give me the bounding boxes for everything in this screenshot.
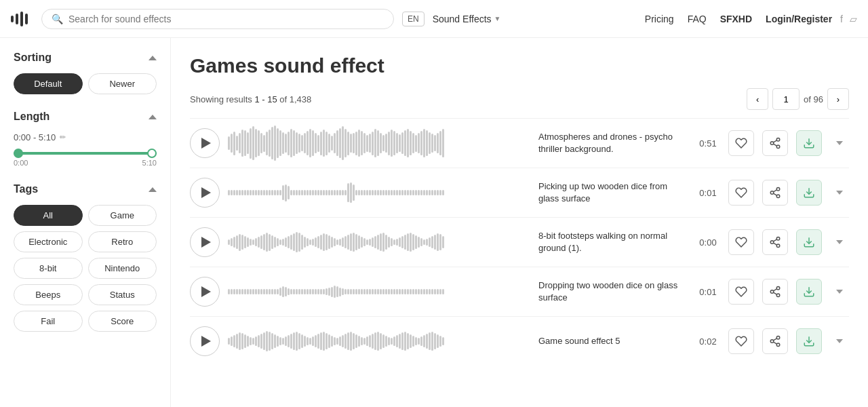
tag-button-status[interactable]: Status	[88, 284, 157, 305]
waveform	[228, 324, 530, 359]
page-number-input[interactable]	[772, 88, 800, 110]
waveform-bar	[334, 238, 336, 246]
waveform	[228, 225, 530, 260]
tag-button-retro[interactable]: Retro	[88, 231, 157, 252]
tag-button-score[interactable]: Score	[88, 311, 157, 332]
waveform-bar	[241, 235, 243, 250]
waveform-bar	[439, 234, 441, 250]
like-button[interactable]	[728, 328, 754, 354]
sound-effects-dropdown[interactable]: Sound Effects ▼	[433, 14, 501, 24]
waveform-bar	[431, 236, 433, 248]
waveform-bar	[328, 288, 330, 296]
share-button[interactable]	[762, 130, 788, 156]
waveform-bar	[420, 131, 422, 155]
search-input[interactable]	[68, 14, 384, 24]
waveform-bar	[266, 289, 268, 294]
waveform-bar	[412, 336, 414, 347]
share-button[interactable]	[762, 180, 788, 206]
facebook-icon[interactable]: f	[840, 14, 843, 24]
svg-point-26	[776, 343, 780, 347]
slider-thumb-left[interactable]	[14, 149, 23, 158]
length-slider[interactable]	[14, 152, 157, 155]
waveform-bar	[361, 190, 363, 195]
sort-default-button[interactable]: Default	[14, 73, 83, 94]
waveform-bar	[298, 289, 300, 294]
waveform-bar	[298, 333, 300, 349]
waveform-bar	[312, 289, 314, 294]
waveform-bar	[293, 190, 295, 195]
slider-min-label: 0:00	[14, 159, 28, 167]
svg-point-18	[776, 287, 780, 290]
play-button[interactable]	[190, 326, 220, 356]
slider-thumb-right[interactable]	[147, 149, 157, 158]
waveform-bar	[293, 130, 295, 156]
expand-button[interactable]	[830, 233, 849, 252]
download-button[interactable]	[796, 130, 822, 156]
instagram-icon[interactable]: ▱	[850, 14, 857, 24]
waveform-bar	[429, 289, 431, 294]
tags-collapse-icon[interactable]	[149, 187, 157, 192]
waveform-bar	[377, 130, 379, 156]
waveform-bar	[358, 235, 360, 249]
download-button[interactable]	[796, 180, 822, 206]
language-selector[interactable]: EN	[402, 12, 425, 26]
expand-button[interactable]	[830, 282, 849, 301]
tag-button-all[interactable]: All	[14, 205, 83, 226]
sfxhd-link[interactable]: SFXHD	[720, 14, 752, 24]
play-button[interactable]	[190, 128, 220, 158]
download-button[interactable]	[796, 279, 822, 305]
waveform-bar	[377, 190, 379, 195]
next-page-button[interactable]: ›	[827, 88, 849, 110]
edit-range-icon[interactable]: ✏	[60, 133, 66, 142]
waveform-bar	[350, 134, 352, 153]
waveform-bar	[307, 131, 309, 155]
expand-button[interactable]	[830, 183, 849, 202]
waveform-bar	[355, 334, 357, 348]
share-button[interactable]	[762, 229, 788, 255]
search-box[interactable]: 🔍	[41, 9, 394, 29]
waveform-bar	[396, 289, 398, 294]
waveform-bar	[301, 235, 303, 250]
like-button[interactable]	[728, 180, 754, 206]
waveform-bar	[323, 289, 325, 294]
waveform-bar	[263, 332, 265, 350]
waveform-bar	[326, 132, 328, 155]
length-collapse-icon[interactable]	[149, 115, 157, 119]
tag-button-beeps[interactable]: Beeps	[14, 284, 83, 305]
share-button[interactable]	[762, 279, 788, 305]
waveform-bar	[266, 233, 268, 252]
waveform-bar	[255, 289, 257, 294]
sorting-title: Sorting	[14, 52, 52, 64]
tag-button-game[interactable]: Game	[88, 205, 157, 226]
play-button[interactable]	[190, 227, 220, 257]
download-button[interactable]	[796, 229, 822, 255]
waveform-bar	[342, 190, 344, 195]
like-button[interactable]	[728, 279, 754, 305]
tag-button-fail[interactable]: Fail	[14, 311, 83, 332]
expand-button[interactable]	[830, 134, 849, 153]
waveform-bar	[233, 237, 235, 248]
waveform-bar	[258, 130, 260, 156]
waveform-bar	[269, 234, 271, 251]
expand-button[interactable]	[830, 332, 849, 351]
sort-newer-button[interactable]: Newer	[88, 73, 157, 94]
sorting-collapse-icon[interactable]	[149, 56, 157, 60]
tag-button-8-bit[interactable]: 8-bit	[14, 258, 83, 279]
download-button[interactable]	[796, 328, 822, 354]
play-button[interactable]	[190, 277, 220, 307]
tag-button-nintendo[interactable]: Nintendo	[88, 258, 157, 279]
like-button[interactable]	[728, 130, 754, 156]
prev-page-button[interactable]: ‹	[747, 88, 768, 110]
waveform-bar	[439, 289, 441, 294]
faq-link[interactable]: FAQ	[688, 14, 707, 24]
main-layout: Sorting Default Newer Length 0:00 - 5:10…	[0, 38, 868, 407]
pricing-link[interactable]: Pricing	[645, 14, 674, 24]
play-button[interactable]	[190, 178, 220, 208]
logo[interactable]	[11, 12, 28, 26]
tag-button-electronic[interactable]: Electronic	[14, 231, 83, 252]
waveform-bar	[228, 289, 230, 294]
login-register-link[interactable]: Login/Register	[766, 14, 832, 24]
waveform-bar	[410, 190, 412, 195]
share-button[interactable]	[762, 328, 788, 354]
like-button[interactable]	[728, 229, 754, 255]
